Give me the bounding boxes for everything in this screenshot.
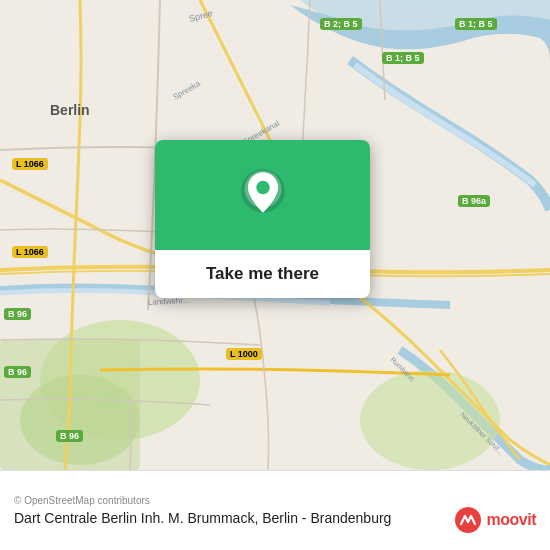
take-me-there-button[interactable]: Take me there	[167, 260, 358, 288]
popup-header	[155, 140, 370, 250]
map-view: Spreeka Spreekanal Landwehr... Berlin Sp…	[0, 0, 550, 470]
road-badge-b96-1: B 96	[4, 308, 31, 320]
svg-point-14	[256, 181, 269, 194]
road-badge-b96-2: B 96	[4, 366, 31, 378]
location-pin-icon	[237, 169, 289, 221]
svg-point-4	[360, 370, 500, 470]
svg-text:Berlin: Berlin	[50, 102, 90, 118]
moovit-logo: moovit	[454, 506, 536, 534]
road-badge-l1066-1: L 1066	[12, 158, 48, 170]
road-badge-b1b5-2: B 1; B 5	[455, 18, 497, 30]
road-badge-l1000: L 1000	[226, 348, 262, 360]
bottom-bar: © OpenStreetMap contributors Dart Centra…	[0, 470, 550, 550]
moovit-text: moovit	[487, 511, 536, 529]
moovit-icon	[454, 506, 482, 534]
road-badge-b1b5-1: B 1; B 5	[382, 52, 424, 64]
location-popup: Take me there	[155, 140, 370, 298]
road-badge-b96-3: B 96	[56, 430, 83, 442]
road-badge-b96a: B 96a	[458, 195, 490, 207]
popup-button-row: Take me there	[155, 250, 370, 298]
road-badge-b2b5: B 2; B 5	[320, 18, 362, 30]
road-badge-l1066-2: L 1066	[12, 246, 48, 258]
map-attribution: © OpenStreetMap contributors	[14, 495, 536, 506]
